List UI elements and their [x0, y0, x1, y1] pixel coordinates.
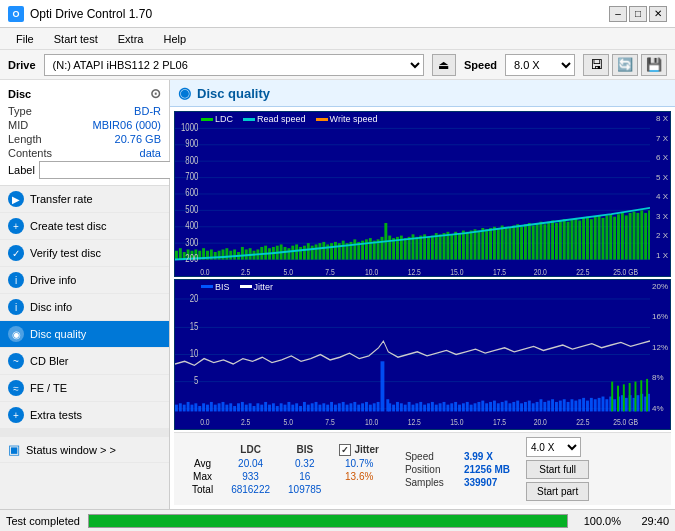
minimize-button[interactable]: – [609, 6, 627, 22]
svg-rect-101 [532, 226, 535, 260]
svg-rect-249 [532, 403, 535, 411]
svg-text:600: 600 [185, 188, 198, 199]
svg-rect-126 [629, 213, 632, 260]
sidebar-item-drive-info[interactable]: i Drive info [0, 267, 169, 294]
legend-jitter: Jitter [254, 282, 274, 292]
svg-text:2.5: 2.5 [241, 267, 251, 276]
svg-rect-113 [578, 220, 581, 259]
sidebar-item-verify-test-disc[interactable]: ✓ Verify test disc [0, 240, 169, 267]
svg-rect-239 [493, 401, 496, 412]
ldc-avg: 20.04 [223, 458, 278, 469]
svg-rect-246 [520, 403, 523, 411]
sidebar-item-create-test-disc[interactable]: + Create test disc [0, 213, 169, 240]
menu-file[interactable]: File [8, 31, 42, 47]
svg-rect-112 [574, 218, 577, 260]
start-part-button[interactable]: Start part [526, 482, 589, 501]
svg-rect-227 [446, 405, 449, 412]
svg-rect-175 [245, 405, 248, 412]
svg-rect-108 [559, 220, 562, 259]
drive-select[interactable]: (N:) ATAPI iHBS112 2 PL06 [44, 54, 424, 76]
svg-rect-74 [427, 237, 430, 260]
menu-start-test[interactable]: Start test [46, 31, 106, 47]
svg-rect-119 [602, 218, 605, 260]
svg-rect-123 [617, 214, 620, 259]
svg-rect-173 [237, 403, 240, 411]
toolbar-icon-2[interactable]: 🔄 [612, 54, 638, 76]
svg-rect-109 [563, 219, 566, 259]
svg-rect-39 [291, 246, 294, 260]
svg-rect-9 [175, 251, 178, 260]
svg-rect-131 [648, 210, 650, 259]
close-button[interactable]: ✕ [649, 6, 667, 22]
svg-rect-185 [276, 406, 279, 411]
svg-rect-244 [512, 402, 515, 411]
svg-rect-184 [272, 403, 275, 411]
mid-label: MID [8, 119, 28, 131]
svg-rect-203 [346, 405, 349, 412]
svg-rect-273 [625, 398, 628, 412]
svg-rect-102 [536, 223, 539, 260]
disc-info-icon: i [8, 299, 24, 315]
chart2-svg: 20 15 10 5 0.0 2.5 5.0 7.5 10.0 12.5 15.… [175, 280, 650, 429]
content-area: ◉ Disc quality LDC Read speed [170, 80, 675, 509]
svg-rect-38 [287, 248, 290, 259]
fe-te-label: FE / TE [30, 382, 67, 394]
svg-rect-99 [524, 224, 527, 259]
sidebar-item-cd-bler[interactable]: ~ CD Bler [0, 348, 169, 375]
svg-rect-194 [311, 403, 314, 411]
bottom-panel: LDC BIS ✓ Jitter Avg [174, 432, 671, 505]
svg-rect-168 [218, 403, 221, 411]
svg-rect-186 [280, 403, 283, 411]
svg-rect-235 [477, 402, 480, 411]
ldc-total: 6816222 [223, 484, 278, 495]
sidebar: Disc ⊙ Type BD-R MID MBIR06 (000) Length… [0, 80, 170, 509]
svg-rect-86 [474, 229, 477, 259]
svg-rect-96 [512, 226, 515, 260]
svg-rect-165 [206, 405, 209, 412]
stats-table: LDC BIS ✓ Jitter Avg [182, 442, 389, 497]
svg-rect-260 [574, 401, 577, 412]
restore-button[interactable]: □ [629, 6, 647, 22]
toolbar-icon-3[interactable]: 💾 [641, 54, 667, 76]
jitter-checkbox[interactable]: ✓ [339, 444, 351, 456]
toolbar-icon-1[interactable]: 🖫 [583, 54, 609, 76]
sidebar-item-transfer-rate[interactable]: ▶ Transfer rate [0, 186, 169, 213]
svg-rect-256 [559, 401, 562, 412]
menu-extra[interactable]: Extra [110, 31, 152, 47]
svg-rect-243 [508, 403, 511, 411]
status-window-item[interactable]: ▣ Status window > > [0, 437, 169, 463]
svg-rect-179 [253, 406, 256, 411]
svg-text:12.5: 12.5 [408, 417, 422, 427]
svg-rect-183 [268, 405, 271, 412]
speed-select[interactable]: 8.0 X [505, 54, 575, 76]
ldc-max: 933 [223, 471, 278, 482]
svg-rect-230 [458, 405, 461, 412]
svg-rect-163 [198, 406, 201, 411]
label-input[interactable] [39, 161, 174, 179]
contents-label: Contents [8, 147, 52, 159]
svg-rect-222 [427, 403, 430, 411]
verify-test-disc-icon: ✓ [8, 245, 24, 261]
menu-help[interactable]: Help [155, 31, 194, 47]
svg-rect-110 [567, 222, 570, 260]
svg-rect-219 [415, 403, 418, 411]
svg-rect-198 [326, 405, 329, 412]
sidebar-item-extra-tests[interactable]: + Extra tests [0, 402, 169, 429]
chart2-wrapper: BIS Jitter [174, 279, 671, 430]
svg-rect-125 [625, 215, 628, 259]
svg-rect-42 [303, 246, 306, 260]
eject-button[interactable]: ⏏ [432, 54, 456, 76]
svg-text:10.0: 10.0 [365, 267, 379, 276]
sidebar-item-fe-te[interactable]: ≈ FE / TE [0, 375, 169, 402]
svg-rect-218 [412, 405, 415, 412]
start-full-button[interactable]: Start full [526, 460, 589, 479]
test-speed-select[interactable]: 4.0 X [526, 437, 581, 457]
position-label: Position [405, 464, 460, 475]
status-window-label: Status window > > [26, 444, 116, 456]
svg-rect-189 [291, 405, 294, 412]
sidebar-item-disc-info[interactable]: i Disc info [0, 294, 169, 321]
samples-value: 339907 [464, 477, 497, 488]
sidebar-item-disc-quality[interactable]: ◉ Disc quality [0, 321, 169, 348]
chart2-y-right-20: 20% [652, 282, 668, 291]
svg-rect-248 [528, 401, 531, 412]
